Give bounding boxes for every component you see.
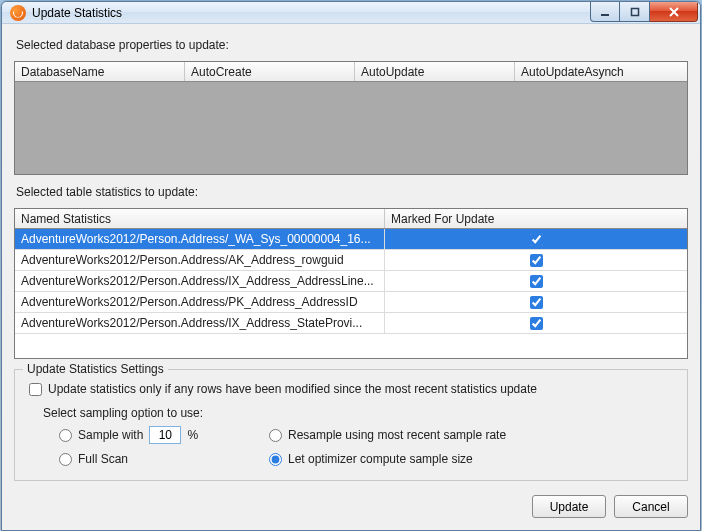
table-row[interactable]: AdventureWorks2012/Person.Address/IX_Add… <box>15 313 687 334</box>
resample-label[interactable]: Resample using most recent sample rate <box>288 428 506 442</box>
marked-cell <box>385 292 687 312</box>
sampling-options: Sample with % Resample using most recent… <box>59 426 675 466</box>
marked-checkbox[interactable] <box>530 296 543 309</box>
table-row[interactable]: AdventureWorks2012/Person.Address/PK_Add… <box>15 292 687 313</box>
update-button[interactable]: Update <box>532 495 606 518</box>
sampling-label: Select sampling option to use: <box>43 406 675 420</box>
table-stats-label: Selected table statistics to update: <box>16 185 686 199</box>
col-autoupdateasync[interactable]: AutoUpdateAsynch <box>515 62 687 81</box>
sample-with-option: Sample with % <box>59 426 269 444</box>
optimizer-radio[interactable] <box>269 453 282 466</box>
stat-name-cell: AdventureWorks2012/Person.Address/IX_Add… <box>15 313 385 333</box>
svg-rect-1 <box>631 8 638 15</box>
app-icon <box>10 5 26 21</box>
full-scan-radio[interactable] <box>59 453 72 466</box>
titlebar[interactable]: Update Statistics <box>2 2 700 24</box>
full-scan-label[interactable]: Full Scan <box>78 452 128 466</box>
cancel-button[interactable]: Cancel <box>614 495 688 518</box>
col-marked[interactable]: Marked For Update <box>385 209 687 228</box>
close-icon <box>668 7 680 17</box>
settings-fieldset: Update Statistics Settings Update statis… <box>14 369 688 481</box>
optimizer-option: Let optimizer compute sample size <box>269 452 675 466</box>
minimize-icon <box>600 7 610 17</box>
only-modified-label[interactable]: Update statistics only if any rows have … <box>48 382 537 396</box>
sample-percent-input[interactable] <box>149 426 181 444</box>
resample-radio[interactable] <box>269 429 282 442</box>
table-stats-grid[interactable]: Named Statistics Marked For Update Adven… <box>14 208 688 359</box>
marked-cell <box>385 313 687 333</box>
sample-with-radio[interactable] <box>59 429 72 442</box>
full-scan-option: Full Scan <box>59 452 269 466</box>
marked-checkbox[interactable] <box>530 233 543 246</box>
percent-sign: % <box>187 428 198 442</box>
table-row[interactable]: AdventureWorks2012/Person.Address/IX_Add… <box>15 271 687 292</box>
minimize-button[interactable] <box>590 2 620 22</box>
dialog-footer: Update Cancel <box>14 495 688 518</box>
settings-legend: Update Statistics Settings <box>23 362 168 376</box>
sample-with-label[interactable]: Sample with <box>78 428 143 442</box>
stat-name-cell: AdventureWorks2012/Person.Address/PK_Add… <box>15 292 385 312</box>
col-autoupdate[interactable]: AutoUpdate <box>355 62 515 81</box>
table-row[interactable]: AdventureWorks2012/Person.Address/AK_Add… <box>15 250 687 271</box>
dialog-content: Selected database properties to update: … <box>2 24 700 530</box>
only-modified-checkbox[interactable] <box>29 383 42 396</box>
col-dbname[interactable]: DatabaseName <box>15 62 185 81</box>
marked-cell <box>385 250 687 270</box>
marked-checkbox[interactable] <box>530 254 543 267</box>
db-props-grid[interactable]: DatabaseName AutoCreate AutoUpdate AutoU… <box>14 61 688 175</box>
marked-cell <box>385 271 687 291</box>
stat-name-cell: AdventureWorks2012/Person.Address/IX_Add… <box>15 271 385 291</box>
table-row[interactable]: AdventureWorks2012/Person.Address/_WA_Sy… <box>15 229 687 250</box>
svg-rect-0 <box>601 14 609 16</box>
marked-checkbox[interactable] <box>530 275 543 288</box>
marked-checkbox[interactable] <box>530 317 543 330</box>
table-stats-pad <box>15 334 687 358</box>
stat-name-cell: AdventureWorks2012/Person.Address/_WA_Sy… <box>15 229 385 249</box>
maximize-button[interactable] <box>620 2 650 22</box>
db-props-header: DatabaseName AutoCreate AutoUpdate AutoU… <box>15 62 687 82</box>
resample-option: Resample using most recent sample rate <box>269 426 675 444</box>
dialog-window: Update Statistics Selected database prop… <box>1 1 701 531</box>
only-modified-row: Update statistics only if any rows have … <box>29 382 675 396</box>
db-props-body <box>15 82 687 174</box>
maximize-icon <box>630 7 640 17</box>
db-props-label: Selected database properties to update: <box>16 38 686 52</box>
close-button[interactable] <box>650 2 698 22</box>
table-stats-body: AdventureWorks2012/Person.Address/_WA_Sy… <box>15 229 687 334</box>
stat-name-cell: AdventureWorks2012/Person.Address/AK_Add… <box>15 250 385 270</box>
marked-cell <box>385 229 687 249</box>
col-named-stats[interactable]: Named Statistics <box>15 209 385 228</box>
table-stats-header: Named Statistics Marked For Update <box>15 209 687 229</box>
col-autocreate[interactable]: AutoCreate <box>185 62 355 81</box>
optimizer-label[interactable]: Let optimizer compute sample size <box>288 452 473 466</box>
window-title: Update Statistics <box>32 6 122 20</box>
window-buttons <box>590 2 698 22</box>
